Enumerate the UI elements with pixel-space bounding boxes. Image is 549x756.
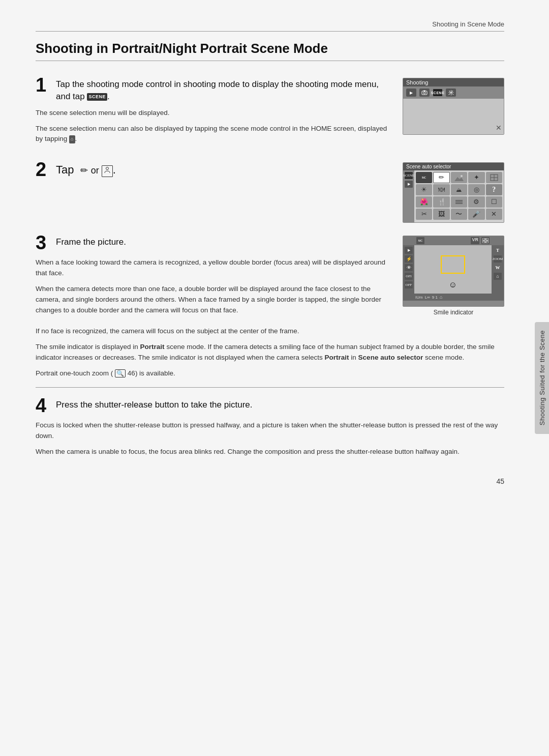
scene-item-x: ✕ bbox=[486, 209, 502, 220]
camera-ui-header: Shooting bbox=[403, 78, 504, 86]
scene-row-4: ✂ 🖼 〜 🎤 ✕ bbox=[416, 209, 502, 220]
vf-center: ☺ bbox=[414, 245, 492, 294]
vf-mode-text: IUm bbox=[415, 295, 423, 300]
step-3-note4: The smile indicator is displayed in Port… bbox=[36, 342, 504, 363]
step-4-note2: When the camera is unable to focus, the … bbox=[36, 447, 504, 457]
vf-right-icon-w: W bbox=[494, 264, 502, 271]
scene-item-fork: 🍴 bbox=[433, 196, 449, 208]
step-2-left: 2 Tap ✏ or . bbox=[36, 160, 392, 184]
step-2-heading: Tap bbox=[56, 163, 74, 176]
viewfinder-top: SC VR bbox=[403, 236, 504, 245]
step-1-note1: The scene selection menu will be display… bbox=[36, 108, 392, 119]
scene-sidebar: SCENE ▶ bbox=[403, 170, 414, 222]
camera-icon bbox=[419, 89, 430, 97]
scene-item-lines bbox=[451, 196, 467, 208]
step-3-note3: If no face is recognized, the camera wil… bbox=[36, 326, 504, 337]
scene-selector-header: Scene auto selector bbox=[403, 163, 504, 170]
step-3-note2: When the camera detects more than one fa… bbox=[36, 284, 392, 316]
camera-ui-toolbar: ▶ SCENE 米 bbox=[403, 86, 504, 99]
vf-left-icon-3: 👁 bbox=[405, 264, 413, 271]
scene-item-circle: ◎ bbox=[468, 184, 484, 195]
step-3-note4-bold2: Portrait bbox=[325, 354, 349, 361]
svg-rect-2 bbox=[423, 91, 425, 92]
step-1-section: 1 Tap the shooting mode control in shoot… bbox=[36, 75, 504, 150]
vf-right-icon-zoom: ZOOM bbox=[494, 255, 502, 263]
svg-rect-14 bbox=[486, 238, 489, 240]
close-icon: ✕ bbox=[496, 124, 502, 132]
vf-right-icon-home: ⌂ bbox=[494, 273, 502, 280]
step-3-number: 3 bbox=[36, 233, 51, 252]
portrait-icon bbox=[102, 165, 113, 177]
vf-left-sidebar: ▶ ⚡ 👁 OFI OFF bbox=[403, 245, 414, 294]
step-3-zoom-icon: 🔍 bbox=[115, 369, 126, 377]
scene-item-pencil: ✏ bbox=[433, 172, 449, 183]
viewfinder-main-area: ▶ ⚡ 👁 OFI OFF ☺ bbox=[403, 245, 504, 294]
step-2-section: 2 Tap ✏ or . bbox=[36, 160, 504, 223]
main-content: Shooting in Scene Mode Shooting in Portr… bbox=[0, 0, 535, 756]
step-4-heading-row: 4 Press the shutter-release button to ta… bbox=[36, 396, 504, 415]
vf-size-text: L∞ bbox=[425, 295, 430, 300]
section-divider bbox=[36, 387, 504, 388]
scene-item-wave: 〜 bbox=[451, 209, 467, 220]
scene-item-landscape bbox=[451, 172, 467, 183]
svg-point-1 bbox=[423, 92, 425, 94]
side-tab-text: Shooting Suited for the Scene bbox=[538, 330, 546, 425]
step-1-note2: The scene selection menu can also be dis… bbox=[36, 124, 392, 145]
scene-selector-layout: SCENE ▶ SC ✏ bbox=[403, 170, 504, 222]
header-title: Shooting in Scene Mode bbox=[432, 20, 504, 28]
scene-row-2: ☀ 🍽 ⛰ ◎ ? bbox=[416, 184, 502, 195]
step-3-note4-bold1: Portrait bbox=[140, 343, 165, 351]
svg-rect-16 bbox=[486, 241, 489, 243]
step-3-note4-p4: scene mode. bbox=[425, 354, 464, 361]
scene-sidebar-icon-1: SCENE bbox=[405, 172, 413, 179]
step-3-viewfinder: SC VR ▶ ⚡ bbox=[403, 233, 504, 321]
scene-row-3: 🌺 🍴 ⚙ ☐ bbox=[416, 196, 502, 208]
step-3-left: 3 Frame the picture. When a face looking… bbox=[36, 233, 392, 321]
vr-label: VR bbox=[471, 237, 479, 244]
page-header: Shooting in Scene Mode bbox=[36, 20, 504, 32]
page-title: Shooting in Portrait/Night Portrait Scen… bbox=[36, 41, 504, 61]
play-icon: ▶ bbox=[406, 89, 416, 97]
scene-item-mountain: ⛰ bbox=[451, 184, 467, 195]
scene-item-edit: ✂ bbox=[416, 209, 432, 220]
vf-top-right-icons: VR bbox=[471, 237, 490, 244]
step-3-note4-bold3: Scene auto selector bbox=[358, 354, 423, 361]
pencil-icon: ✏ bbox=[80, 165, 88, 176]
step-3-note1: When a face looking toward the camera is… bbox=[36, 257, 392, 279]
vf-focus-icon bbox=[481, 237, 490, 244]
svg-point-3 bbox=[106, 167, 108, 170]
step-4-note1: Focus is locked when the shutter-release… bbox=[36, 420, 504, 442]
svg-point-6 bbox=[461, 175, 463, 177]
home-icon-inline: ⌂ bbox=[69, 135, 75, 143]
scene-item-sparkle: ✦ bbox=[468, 172, 484, 183]
scene-item-grid bbox=[486, 172, 502, 183]
scene-item-mic: 🎤 bbox=[468, 209, 484, 220]
step-1-number: 1 bbox=[36, 75, 51, 95]
step-3-note4-p1: The smile indicator is displayed in bbox=[36, 343, 138, 351]
step-3-note5: Portrait one-touch zoom ( 🔍 46) is avail… bbox=[36, 368, 504, 379]
scene-item-question: ? bbox=[486, 184, 502, 195]
page: Shooting Suited for the Scene Shooting i… bbox=[0, 0, 549, 756]
scene-item-gear: ⚙ bbox=[468, 196, 484, 208]
smile-indicator-icon: ☺ bbox=[449, 280, 457, 289]
step-2-number: 2 bbox=[36, 160, 51, 179]
step-3-note5-p2: 46) is available. bbox=[128, 369, 175, 377]
step-2-heading-row: 2 Tap ✏ or . bbox=[36, 160, 392, 179]
vf-right-icon-t: T bbox=[494, 247, 502, 254]
scene-icons-area: SC ✏ ✦ bbox=[414, 170, 504, 222]
step-3-heading-row: 3 Frame the picture. bbox=[36, 233, 392, 252]
step-1-heading-row: 1 Tap the shooting mode control in shoot… bbox=[36, 75, 392, 103]
step-1-left: 1 Tap the shooting mode control in shoot… bbox=[36, 75, 392, 150]
scene-auto-selector-display: Scene auto selector SCENE ▶ SC bbox=[403, 162, 504, 223]
scene-item-photo: 🖼 bbox=[433, 209, 449, 220]
focus-frame bbox=[441, 255, 465, 274]
step-2-text: Tap ✏ or . bbox=[56, 160, 116, 178]
scene-mode-icon: SCENE bbox=[433, 89, 443, 97]
step-3-note4-p3: in bbox=[351, 354, 356, 361]
step-4-section: 4 Press the shutter-release button to ta… bbox=[36, 396, 504, 462]
vf-scene-icon: SC bbox=[416, 237, 424, 244]
tree-icon: 米 bbox=[446, 89, 456, 97]
scene-row-1: SC ✏ ✦ bbox=[416, 172, 502, 183]
camera-ui-body: ✕ bbox=[403, 99, 504, 134]
scene-selector-body: SCENE ▶ SC ✏ bbox=[403, 170, 504, 222]
